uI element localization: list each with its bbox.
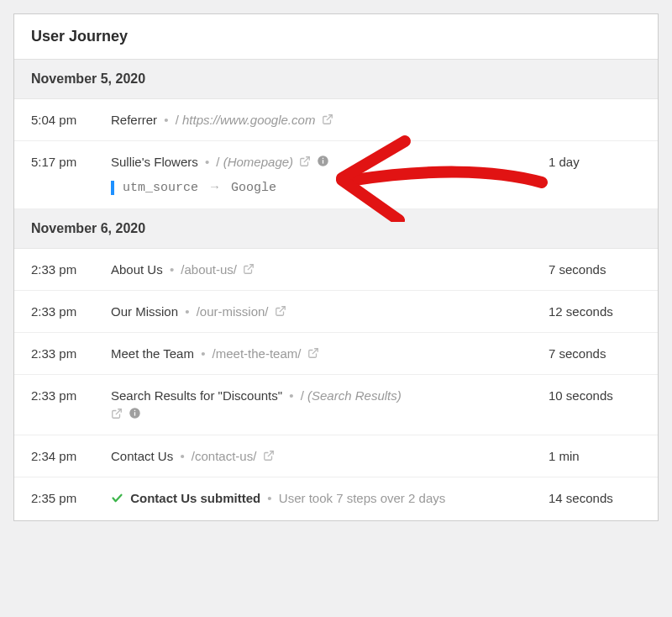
arrow-icon: → (211, 181, 218, 195)
event-title: Referrer (111, 113, 157, 127)
journey-row: 2:33 pm About Us • /about-us/ 7 seconds (14, 249, 658, 291)
svg-rect-5 (134, 410, 135, 411)
utm-value: Google (231, 181, 276, 195)
row-duration: 14 seconds (549, 491, 641, 505)
event-title: Meet the Team (111, 346, 194, 361)
event-path[interactable]: /contact-us/ (192, 449, 257, 463)
row-duration: 1 min (549, 449, 641, 463)
info-icon[interactable] (129, 407, 140, 419)
external-link-icon[interactable] (275, 305, 286, 317)
row-duration: 7 seconds (549, 346, 641, 361)
utm-tag: utm_source → Google (111, 179, 535, 195)
event-path[interactable]: (Search Results) (307, 388, 402, 403)
event-path[interactable]: /our-mission/ (197, 304, 269, 319)
journey-row: 2:33 pm Our Mission • /our-mission/ 12 s… (14, 291, 658, 333)
event-title: Contact Us (111, 449, 173, 463)
row-duration: 10 seconds (549, 388, 641, 403)
event-path[interactable]: https://www.google.com (182, 113, 315, 127)
date-header: November 6, 2020 (14, 209, 658, 249)
bullet: • (267, 491, 271, 505)
event-title: Search Results for "Discounts" (111, 388, 282, 403)
row-duration: 12 seconds (549, 304, 641, 319)
row-event: Meet the Team • /meet-the-team/ (111, 346, 549, 361)
event-title: Contact Us submitted (130, 491, 260, 505)
external-link-icon[interactable] (299, 156, 311, 167)
date-header: November 5, 2020 (14, 60, 658, 99)
event-path[interactable]: (Homepage) (223, 155, 293, 169)
journey-row: 5:17 pm Sullie's Flowers • / (Homepage) … (14, 141, 658, 209)
journey-row: 2:33 pm Meet the Team • /meet-the-team/ … (14, 333, 658, 375)
slash: / (216, 155, 219, 169)
row-event: Sullie's Flowers • / (Homepage) utm_sour… (111, 155, 549, 195)
event-title: Sullie's Flowers (111, 155, 198, 169)
bullet: • (170, 262, 174, 277)
row-time: 5:04 pm (31, 113, 111, 127)
bullet: • (185, 304, 189, 319)
row-time: 2:34 pm (31, 449, 111, 463)
external-link-icon[interactable] (243, 263, 255, 275)
external-link-icon[interactable] (263, 450, 275, 461)
row-event: Contact Us • /contact-us/ (111, 449, 549, 463)
row-time: 5:17 pm (31, 155, 111, 169)
row-duration: 7 seconds (549, 262, 641, 277)
event-title: Our Mission (111, 304, 178, 319)
bullet: • (164, 113, 168, 127)
row-duration: 1 day (549, 155, 641, 169)
bullet: • (205, 155, 209, 169)
journey-row: 5:04 pm Referrer • / https://www.google.… (14, 99, 658, 141)
row-time: 2:33 pm (31, 304, 111, 319)
event-note: User took 7 steps over 2 days (279, 491, 445, 505)
event-title: About Us (111, 262, 163, 277)
svg-rect-4 (134, 412, 135, 415)
row-event: Our Mission • /our-mission/ (111, 304, 549, 319)
external-link-icon[interactable] (322, 113, 333, 125)
journey-row: 2:35 pm Contact Us submitted • User took… (14, 477, 658, 520)
external-link-icon[interactable] (111, 408, 123, 419)
row-time: 2:33 pm (31, 388, 111, 403)
info-icon[interactable] (317, 155, 328, 166)
slash: / (301, 388, 304, 403)
external-link-icon[interactable] (307, 347, 319, 359)
user-journey-panel: User Journey November 5, 2020 5:04 pm Re… (13, 13, 659, 521)
utm-key: utm_source (123, 181, 198, 195)
check-icon (111, 492, 123, 507)
row-event: Referrer • / https://www.google.com (111, 113, 549, 127)
row-time: 2:33 pm (31, 262, 111, 277)
slash: / (176, 113, 179, 127)
row-time: 2:33 pm (31, 346, 111, 361)
svg-rect-1 (323, 160, 323, 163)
row-time: 2:35 pm (31, 491, 111, 505)
svg-rect-2 (323, 158, 323, 159)
row-event: Contact Us submitted • User took 7 steps… (111, 491, 549, 507)
event-path[interactable]: /meet-the-team/ (213, 346, 302, 361)
panel-title: User Journey (14, 14, 658, 60)
row-event: Search Results for "Discounts" • / (Sear… (111, 388, 549, 421)
bullet: • (289, 388, 293, 403)
row-event: About Us • /about-us/ (111, 262, 549, 277)
journey-row: 2:34 pm Contact Us • /contact-us/ 1 min (14, 435, 658, 477)
bullet: • (180, 449, 184, 463)
bullet: • (201, 346, 205, 361)
journey-row: 2:33 pm Search Results for "Discounts" •… (14, 375, 658, 435)
event-path[interactable]: /about-us/ (181, 262, 237, 277)
